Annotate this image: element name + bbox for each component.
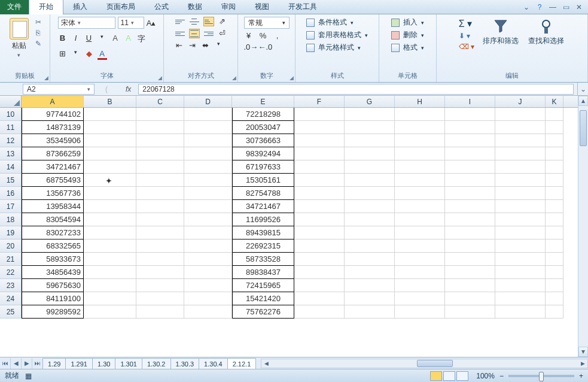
dialog-launcher-icon[interactable]: ◢ — [232, 75, 236, 81]
orientation-icon[interactable]: ⇗ — [218, 17, 227, 26]
cell-K21[interactable] — [546, 253, 563, 266]
view-normal-icon[interactable] — [430, 371, 442, 381]
row-header-16[interactable]: 16 — [0, 187, 22, 200]
cell-A18[interactable]: 83054594 — [22, 213, 84, 226]
cell-B21[interactable] — [84, 253, 136, 266]
row-header-20[interactable]: 20 — [0, 239, 22, 253]
cell-F24[interactable] — [294, 292, 345, 305]
chevron-down-icon[interactable]: ▾ — [282, 20, 285, 26]
cell-H19[interactable] — [395, 226, 445, 239]
wrap-text-icon[interactable]: ⏎ — [218, 29, 227, 38]
cell-K12[interactable] — [546, 134, 563, 147]
cell-K15[interactable] — [546, 174, 563, 187]
cell-B25[interactable] — [84, 305, 136, 319]
ribbon-collapse-icon[interactable]: ⌄ — [522, 3, 531, 11]
sheet-tab[interactable]: 1.291 — [65, 358, 93, 369]
zoom-in-icon[interactable]: + — [579, 372, 583, 380]
cell-C21[interactable] — [136, 253, 184, 266]
cell-I11[interactable] — [445, 121, 495, 134]
cell-F18[interactable] — [294, 213, 345, 226]
cell-D18[interactable] — [184, 213, 232, 226]
sort-filter-button[interactable]: 排序和筛选 — [479, 17, 522, 47]
cell-F21[interactable] — [294, 253, 345, 266]
row-header-11[interactable]: 11 — [0, 121, 22, 134]
currency-icon[interactable]: ¥ — [244, 31, 254, 40]
cell-G10[interactable] — [345, 108, 395, 121]
sheet-tab[interactable]: 1.30.4 — [199, 358, 228, 369]
cell-J16[interactable] — [495, 187, 546, 200]
cell-J23[interactable] — [495, 279, 546, 292]
col-header-C[interactable]: C — [136, 96, 184, 107]
fill-color-icon[interactable]: ◆ — [84, 49, 94, 60]
cell-G16[interactable] — [345, 187, 395, 200]
col-header-E[interactable]: E — [232, 96, 294, 107]
zoom-out-icon[interactable]: − — [499, 372, 504, 380]
tab-view[interactable]: 视图 — [245, 0, 279, 14]
cell-E21[interactable]: 58733528 — [232, 253, 294, 266]
font-color-a-icon[interactable]: A — [124, 34, 133, 44]
chevron-down-icon[interactable]: ▾ — [87, 86, 90, 92]
cell-D22[interactable] — [184, 266, 232, 279]
format-painter-icon[interactable]: ✎ — [33, 40, 43, 48]
close-icon[interactable]: ✕ — [575, 3, 583, 11]
cell-B11[interactable] — [84, 121, 136, 134]
cell-J13[interactable] — [495, 147, 546, 160]
cell-F13[interactable] — [294, 147, 345, 160]
minimize-icon[interactable]: — — [549, 3, 557, 11]
tab-file[interactable]: 文件 — [0, 0, 29, 14]
view-pagebreak-icon[interactable] — [456, 371, 468, 381]
cell-F17[interactable] — [294, 200, 345, 213]
cell-I23[interactable] — [445, 279, 495, 292]
restore-icon[interactable]: ▭ — [562, 3, 570, 11]
row-header-24[interactable]: 24 — [0, 292, 22, 305]
row-header-15[interactable]: 15 — [0, 174, 22, 187]
sheet-nav-next-icon[interactable]: ▶ — [22, 358, 32, 369]
cell-E11[interactable]: 20053047 — [232, 121, 294, 134]
chevron-down-icon[interactable]: ▾ — [365, 32, 368, 38]
cell-I25[interactable] — [445, 305, 495, 319]
cell-I20[interactable] — [445, 239, 495, 253]
chevron-down-icon[interactable]: ▾ — [78, 20, 81, 26]
cell-A16[interactable]: 13567736 — [22, 187, 84, 200]
cell-B14[interactable] — [84, 160, 136, 174]
cell-G20[interactable] — [345, 239, 395, 253]
row-header-13[interactable]: 13 — [0, 147, 22, 160]
scroll-left-icon[interactable]: ◀ — [261, 359, 271, 368]
cell-F22[interactable] — [294, 266, 345, 279]
cell-C22[interactable] — [136, 266, 184, 279]
sheet-tab[interactable]: 1.30.2 — [142, 358, 171, 369]
table-format-button[interactable]: 套用表格格式▾ — [304, 29, 370, 41]
cell-C16[interactable] — [136, 187, 184, 200]
cell-G19[interactable] — [345, 226, 395, 239]
font-a-button[interactable]: A — [111, 34, 120, 44]
cell-D13[interactable] — [184, 147, 232, 160]
sheet-nav-first-icon[interactable]: ⏮ — [0, 358, 11, 369]
row-header-17[interactable]: 17 — [0, 200, 22, 213]
cell-H17[interactable] — [395, 200, 445, 213]
cell-C19[interactable] — [136, 226, 184, 239]
cell-J19[interactable] — [495, 226, 546, 239]
cell-A20[interactable]: 68332565 — [22, 239, 84, 253]
cell-J15[interactable] — [495, 174, 546, 187]
cell-B16[interactable] — [84, 187, 136, 200]
sheet-tab[interactable]: 1.30.3 — [170, 358, 200, 369]
cell-B12[interactable] — [84, 134, 136, 147]
cell-styles-button[interactable]: 单元格样式▾ — [304, 42, 363, 53]
vertical-scrollbar[interactable]: ▴ ▾ — [578, 96, 588, 357]
cell-G13[interactable] — [345, 147, 395, 160]
col-header-G[interactable]: G — [345, 96, 395, 107]
cell-K20[interactable] — [546, 239, 563, 253]
comma-icon[interactable]: , — [273, 31, 282, 40]
row-header-19[interactable]: 19 — [0, 226, 22, 239]
name-box[interactable]: A2▾ — [23, 84, 95, 95]
format-cells-button[interactable]: 格式▾ — [389, 42, 426, 53]
cell-D24[interactable] — [184, 292, 232, 305]
cell-I21[interactable] — [445, 253, 495, 266]
cell-I18[interactable] — [445, 213, 495, 226]
cell-F11[interactable] — [294, 121, 345, 134]
cell-K19[interactable] — [546, 226, 563, 239]
font-size-combo[interactable]: 11▾ — [118, 17, 144, 29]
conditional-format-button[interactable]: 条件格式▾ — [304, 17, 356, 28]
zoom-slider[interactable] — [508, 375, 574, 377]
cell-I14[interactable] — [445, 160, 495, 174]
